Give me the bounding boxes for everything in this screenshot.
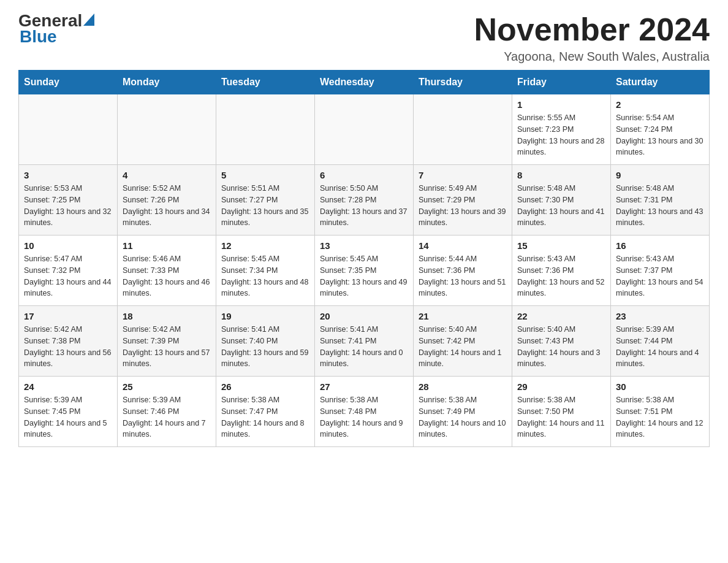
calendar-cell: 23Sunrise: 5:39 AMSunset: 7:44 PMDayligh… (611, 306, 710, 377)
day-info: Sunrise: 5:41 AMSunset: 7:40 PMDaylight:… (221, 324, 309, 370)
day-number: 23 (616, 311, 704, 321)
calendar-cell: 11Sunrise: 5:46 AMSunset: 7:33 PMDayligh… (118, 236, 216, 306)
day-info: Sunrise: 5:41 AMSunset: 7:41 PMDaylight:… (320, 324, 408, 370)
day-info: Sunrise: 5:39 AMSunset: 7:46 PMDaylight:… (123, 394, 211, 440)
day-info: Sunrise: 5:38 AMSunset: 7:47 PMDaylight:… (221, 394, 309, 440)
calendar-cell: 28Sunrise: 5:38 AMSunset: 7:49 PMDayligh… (414, 377, 512, 447)
day-number: 14 (419, 240, 507, 251)
calendar-cell: 12Sunrise: 5:45 AMSunset: 7:34 PMDayligh… (216, 236, 315, 306)
day-number: 11 (123, 240, 211, 251)
calendar-cell: 26Sunrise: 5:38 AMSunset: 7:47 PMDayligh… (216, 377, 315, 447)
day-info: Sunrise: 5:49 AMSunset: 7:29 PMDaylight:… (419, 183, 507, 229)
day-number: 1 (517, 99, 605, 110)
day-number: 12 (221, 240, 309, 251)
logo: General Blue (18, 12, 94, 47)
calendar-cell: 15Sunrise: 5:43 AMSunset: 7:36 PMDayligh… (512, 236, 611, 306)
calendar-cell: 27Sunrise: 5:38 AMSunset: 7:48 PMDayligh… (315, 377, 414, 447)
day-number: 19 (221, 311, 309, 321)
weekday-header-monday: Monday (118, 71, 216, 94)
day-info: Sunrise: 5:52 AMSunset: 7:26 PMDaylight:… (123, 183, 211, 229)
day-number: 18 (123, 311, 211, 321)
calendar-cell: 7Sunrise: 5:49 AMSunset: 7:29 PMDaylight… (414, 165, 512, 236)
logo-triangle-icon (83, 13, 94, 26)
day-info: Sunrise: 5:42 AMSunset: 7:38 PMDaylight:… (24, 324, 112, 370)
calendar-cell: 25Sunrise: 5:39 AMSunset: 7:46 PMDayligh… (118, 377, 216, 447)
location-subtitle: Yagoona, New South Wales, Australia (474, 50, 710, 64)
calendar-cell: 4Sunrise: 5:52 AMSunset: 7:26 PMDaylight… (118, 165, 216, 236)
month-title: November 2024 (474, 12, 710, 47)
day-number: 24 (24, 381, 112, 392)
calendar-week-row: 24Sunrise: 5:39 AMSunset: 7:45 PMDayligh… (19, 377, 710, 447)
day-number: 16 (616, 240, 704, 251)
calendar-cell (118, 94, 216, 165)
day-info: Sunrise: 5:48 AMSunset: 7:31 PMDaylight:… (616, 183, 704, 229)
day-number: 26 (221, 381, 309, 392)
day-info: Sunrise: 5:45 AMSunset: 7:34 PMDaylight:… (221, 253, 309, 299)
day-number: 17 (24, 311, 112, 321)
logo-blue-text: Blue (18, 27, 57, 47)
calendar-week-row: 3Sunrise: 5:53 AMSunset: 7:25 PMDaylight… (19, 165, 710, 236)
day-info: Sunrise: 5:43 AMSunset: 7:37 PMDaylight:… (616, 253, 704, 299)
day-info: Sunrise: 5:39 AMSunset: 7:44 PMDaylight:… (616, 324, 704, 370)
calendar-cell: 10Sunrise: 5:47 AMSunset: 7:32 PMDayligh… (19, 236, 118, 306)
calendar-cell: 29Sunrise: 5:38 AMSunset: 7:50 PMDayligh… (512, 377, 611, 447)
calendar-cell: 24Sunrise: 5:39 AMSunset: 7:45 PMDayligh… (19, 377, 118, 447)
calendar-cell: 30Sunrise: 5:38 AMSunset: 7:51 PMDayligh… (611, 377, 710, 447)
day-info: Sunrise: 5:42 AMSunset: 7:39 PMDaylight:… (123, 324, 211, 370)
day-info: Sunrise: 5:44 AMSunset: 7:36 PMDaylight:… (419, 253, 507, 299)
day-number: 22 (517, 311, 605, 321)
calendar-cell: 5Sunrise: 5:51 AMSunset: 7:27 PMDaylight… (216, 165, 315, 236)
day-info: Sunrise: 5:53 AMSunset: 7:25 PMDaylight:… (24, 183, 112, 229)
day-number: 2 (616, 99, 704, 110)
calendar-cell: 8Sunrise: 5:48 AMSunset: 7:30 PMDaylight… (512, 165, 611, 236)
calendar-cell (19, 94, 118, 165)
day-info: Sunrise: 5:39 AMSunset: 7:45 PMDaylight:… (24, 394, 112, 440)
day-number: 21 (419, 311, 507, 321)
title-block: November 2024 Yagoona, New South Wales, … (474, 12, 710, 64)
day-number: 5 (221, 170, 309, 180)
day-number: 13 (320, 240, 408, 251)
day-number: 27 (320, 381, 408, 392)
weekday-header-friday: Friday (512, 71, 611, 94)
day-info: Sunrise: 5:55 AMSunset: 7:23 PMDaylight:… (517, 112, 605, 158)
svg-marker-0 (83, 13, 94, 26)
day-info: Sunrise: 5:38 AMSunset: 7:49 PMDaylight:… (419, 394, 507, 440)
day-number: 4 (123, 170, 211, 180)
calendar-cell: 17Sunrise: 5:42 AMSunset: 7:38 PMDayligh… (19, 306, 118, 377)
weekday-header-thursday: Thursday (414, 71, 512, 94)
calendar-cell: 20Sunrise: 5:41 AMSunset: 7:41 PMDayligh… (315, 306, 414, 377)
day-info: Sunrise: 5:38 AMSunset: 7:50 PMDaylight:… (517, 394, 605, 440)
weekday-header-tuesday: Tuesday (216, 71, 315, 94)
calendar-cell (315, 94, 414, 165)
page-header: General Blue November 2024 Yagoona, New … (18, 12, 710, 64)
day-info: Sunrise: 5:51 AMSunset: 7:27 PMDaylight:… (221, 183, 309, 229)
day-number: 29 (517, 381, 605, 392)
calendar-cell: 3Sunrise: 5:53 AMSunset: 7:25 PMDaylight… (19, 165, 118, 236)
day-number: 9 (616, 170, 704, 180)
day-info: Sunrise: 5:47 AMSunset: 7:32 PMDaylight:… (24, 253, 112, 299)
calendar-cell: 21Sunrise: 5:40 AMSunset: 7:42 PMDayligh… (414, 306, 512, 377)
day-number: 10 (24, 240, 112, 251)
day-info: Sunrise: 5:38 AMSunset: 7:51 PMDaylight:… (616, 394, 704, 440)
day-info: Sunrise: 5:40 AMSunset: 7:42 PMDaylight:… (419, 324, 507, 370)
calendar-cell: 1Sunrise: 5:55 AMSunset: 7:23 PMDaylight… (512, 94, 611, 165)
calendar-cell: 6Sunrise: 5:50 AMSunset: 7:28 PMDaylight… (315, 165, 414, 236)
day-number: 3 (24, 170, 112, 180)
calendar-week-row: 10Sunrise: 5:47 AMSunset: 7:32 PMDayligh… (19, 236, 710, 306)
day-number: 30 (616, 381, 704, 392)
calendar-cell: 22Sunrise: 5:40 AMSunset: 7:43 PMDayligh… (512, 306, 611, 377)
calendar-cell: 16Sunrise: 5:43 AMSunset: 7:37 PMDayligh… (611, 236, 710, 306)
day-number: 8 (517, 170, 605, 180)
calendar-cell: 13Sunrise: 5:45 AMSunset: 7:35 PMDayligh… (315, 236, 414, 306)
calendar-table: SundayMondayTuesdayWednesdayThursdayFrid… (18, 70, 710, 447)
day-info: Sunrise: 5:45 AMSunset: 7:35 PMDaylight:… (320, 253, 408, 299)
day-info: Sunrise: 5:38 AMSunset: 7:48 PMDaylight:… (320, 394, 408, 440)
weekday-header-saturday: Saturday (611, 71, 710, 94)
calendar-cell: 18Sunrise: 5:42 AMSunset: 7:39 PMDayligh… (118, 306, 216, 377)
day-number: 28 (419, 381, 507, 392)
calendar-header-row: SundayMondayTuesdayWednesdayThursdayFrid… (19, 71, 710, 94)
calendar-cell (216, 94, 315, 165)
calendar-cell (414, 94, 512, 165)
day-info: Sunrise: 5:43 AMSunset: 7:36 PMDaylight:… (517, 253, 605, 299)
day-number: 20 (320, 311, 408, 321)
